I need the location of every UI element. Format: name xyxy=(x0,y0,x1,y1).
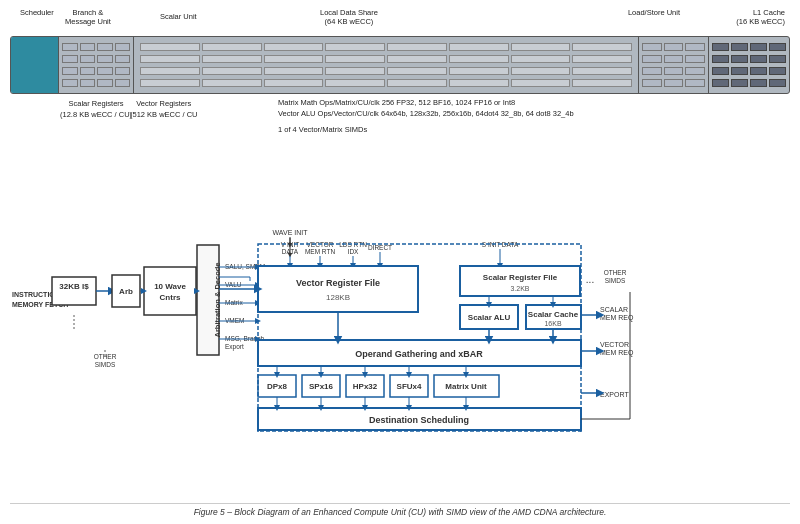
vector-mem-rtn-label2: MEM RTN xyxy=(305,248,336,255)
vector-mem-req-label: VECTOR xyxy=(600,341,629,348)
other-simds-right-label: OTHER xyxy=(604,269,627,276)
load-store-section xyxy=(639,37,709,93)
scalar-section xyxy=(59,37,134,93)
other-simds-right-label2: SIMDS xyxy=(605,277,626,284)
wave-cntrs-label: 10 Wave xyxy=(154,282,186,291)
label-scalar-reg: Scalar Registers(12.8 KB wECC / CU) xyxy=(60,99,132,120)
operand-gathering-label: Operand Gathering and xBAR xyxy=(355,349,483,359)
scalar-reg-file-label: Scalar Register File xyxy=(483,273,558,282)
block-diagram-svg: INSTRUCTION MEMORY FETCH 32KB I$ Arb 10 … xyxy=(10,167,790,432)
lds-idx-label: IDX xyxy=(348,248,360,255)
export-label: Export xyxy=(225,343,244,351)
v-init-data-label2: DATA xyxy=(282,248,299,255)
icache-label: 32KB I$ xyxy=(59,282,89,291)
arb-decode-label: Arbitration & Decode xyxy=(213,262,222,337)
vector-reg-file-box xyxy=(258,266,418,312)
figure-caption: Figure 5 – Block Diagram of an Enhanced … xyxy=(10,503,790,520)
label-l1-cache: L1 Cache(16 KB wECC) xyxy=(736,8,785,26)
label-scalar-unit: Scalar Unit xyxy=(160,12,197,21)
scalar-cache-size-label: 16KB xyxy=(544,320,561,327)
hpx32-label: HPx32 xyxy=(353,382,378,391)
wave-cntrs-label2: Cntrs xyxy=(160,293,181,302)
main-container: Scheduler Branch &Message Unit Scalar Un… xyxy=(0,0,800,524)
export-label-right: EXPORT xyxy=(600,391,629,398)
diagram-container: INSTRUCTION MEMORY FETCH 32KB I$ Arb 10 … xyxy=(10,167,790,437)
label-branch-message: Branch &Message Unit xyxy=(65,8,111,26)
bottom-section: INSTRUCTION MEMORY FETCH 32KB I$ Arb 10 … xyxy=(10,167,790,520)
other-simds-label2: SIMDS xyxy=(95,361,116,368)
spx16-label: SPx16 xyxy=(309,382,334,391)
label-load-store: Load/Store Unit xyxy=(628,8,680,17)
top-section: Scheduler Branch &Message Unit Scalar Un… xyxy=(10,8,790,163)
wave-cntrs-box xyxy=(144,267,196,315)
label-lds: Local Data Share(64 KB wECC) xyxy=(320,8,378,26)
scalar-alu-label: Scalar ALU xyxy=(468,313,511,322)
sfux4-label: SFUx4 xyxy=(397,382,422,391)
scalar-mem-req-label2: MEM REQ xyxy=(600,314,634,322)
label-vector-reg: Vector Registers(512 KB wECC / CU xyxy=(130,99,198,120)
scalar-reg-size-label: 3.2KB xyxy=(510,285,529,292)
label-1of4: 1 of 4 Vector/Matrix SIMDs xyxy=(278,125,367,134)
scheduler-block xyxy=(11,37,59,93)
scalar-cache-label: Scalar Cache xyxy=(528,310,579,319)
direct-label: DIRECT xyxy=(368,244,392,251)
l1-cache-section xyxy=(709,37,789,93)
lds-section xyxy=(134,37,639,93)
ellipsis: ... xyxy=(586,274,594,285)
label-matrix-ops: Matrix Math Ops/Matrix/CU/clk 256 FP32, … xyxy=(278,97,574,120)
wave-init-label: WAVE INIT xyxy=(273,229,309,236)
matrix-unit-label: Matrix Unit xyxy=(445,382,487,391)
label-scheduler: Scheduler xyxy=(20,8,54,17)
chip-bar xyxy=(10,36,790,94)
vector-reg-file-label: Vector Register File xyxy=(296,278,380,288)
destination-scheduling-label: Destination Scheduling xyxy=(369,415,469,425)
vector-reg-size-label: 128KB xyxy=(326,293,350,302)
dpx8-label: DPx8 xyxy=(267,382,288,391)
vector-mem-req-label2: MEM REQ xyxy=(600,349,634,357)
arb-label: Arb xyxy=(119,287,133,296)
scalar-mem-req-label: SCALAR xyxy=(600,306,628,313)
caption-text: Figure 5 – Block Diagram of an Enhanced … xyxy=(194,507,607,517)
